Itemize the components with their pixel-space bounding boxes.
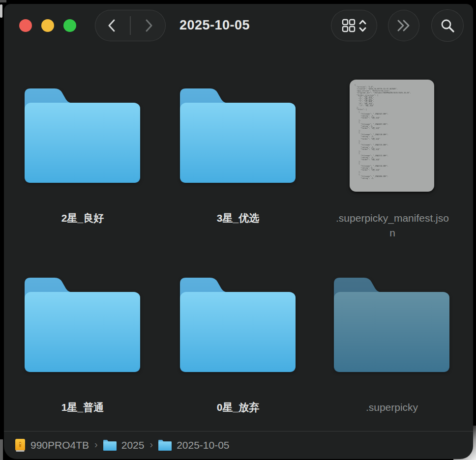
- folder-icon: [158, 440, 172, 451]
- path-bar: 990PRO4TB › 2025 › 2025-10-05: [4, 431, 473, 459]
- folder-icon: [25, 278, 140, 372]
- navigation-buttons: [95, 10, 166, 41]
- search-button[interactable]: [431, 9, 464, 42]
- view-options-button[interactable]: [331, 10, 377, 41]
- path-segment-drive[interactable]: 990PRO4TB: [15, 439, 89, 452]
- hidden-folder-label: .superpicky: [328, 400, 456, 415]
- folder-item-3star[interactable]: [180, 88, 296, 183]
- hidden-folder-item-superpicky[interactable]: [334, 278, 449, 372]
- folder-label: 0星_放弃: [174, 400, 302, 415]
- path-segment-label: 990PRO4TB: [30, 439, 89, 451]
- folder-icon: [180, 278, 296, 372]
- toolbar-overflow-button[interactable]: [388, 10, 419, 41]
- chevron-right-icon: ›: [149, 439, 153, 452]
- path-segment-label: 2025-10-05: [177, 439, 229, 451]
- folder-item-2star[interactable]: [25, 88, 140, 183]
- hidden-folder-icon: [334, 278, 449, 372]
- folder-icon: [25, 88, 140, 183]
- chevron-right-icon: [145, 19, 153, 32]
- chevrons-right-icon: [396, 19, 411, 32]
- folder-item-1star[interactable]: [25, 278, 140, 372]
- chevron-up-down-icon: [359, 19, 366, 32]
- file-item-manifest[interactable]: { "version": "1.0", "created": "2025-10-…: [350, 80, 434, 192]
- path-segment-current[interactable]: 2025-10-05: [158, 439, 229, 451]
- folder-item-0star[interactable]: [180, 278, 296, 372]
- window-title: 2025-10-05: [179, 18, 250, 33]
- close-button[interactable]: [19, 19, 32, 32]
- external-drive-icon: [15, 439, 26, 452]
- minimize-button[interactable]: [41, 19, 54, 32]
- toolbar: 2025-10-05: [4, 4, 473, 53]
- finder-window: 2025-10-05: [4, 4, 473, 459]
- folder-icon: [180, 88, 296, 183]
- background-window-sliver: [0, 439, 3, 460]
- background-window-sliver: [0, 4, 2, 18]
- folder-label: 2星_良好: [19, 211, 147, 226]
- background-window-sliver: [0, 0, 6, 2]
- back-button[interactable]: [97, 10, 126, 41]
- folder-icon: [103, 440, 117, 451]
- divider: [130, 16, 131, 35]
- chevron-right-icon: ›: [94, 439, 98, 452]
- path-segment-2025[interactable]: 2025: [103, 439, 145, 451]
- json-file-icon: { "version": "1.0", "created": "2025-10-…: [350, 80, 434, 192]
- folder-label: 1星_普通: [19, 400, 147, 415]
- grid-view-icon: [342, 19, 356, 32]
- search-icon: [440, 18, 455, 33]
- folder-label: 3星_优选: [174, 211, 302, 226]
- json-preview-text: { "version": "1.0", "created": "2025-10-…: [350, 80, 434, 179]
- path-segment-label: 2025: [121, 439, 145, 451]
- zoom-button[interactable]: [63, 19, 76, 32]
- chevron-left-icon: [108, 19, 116, 32]
- file-label: .superpicky_manifest.json: [335, 211, 449, 240]
- forward-button[interactable]: [134, 10, 164, 41]
